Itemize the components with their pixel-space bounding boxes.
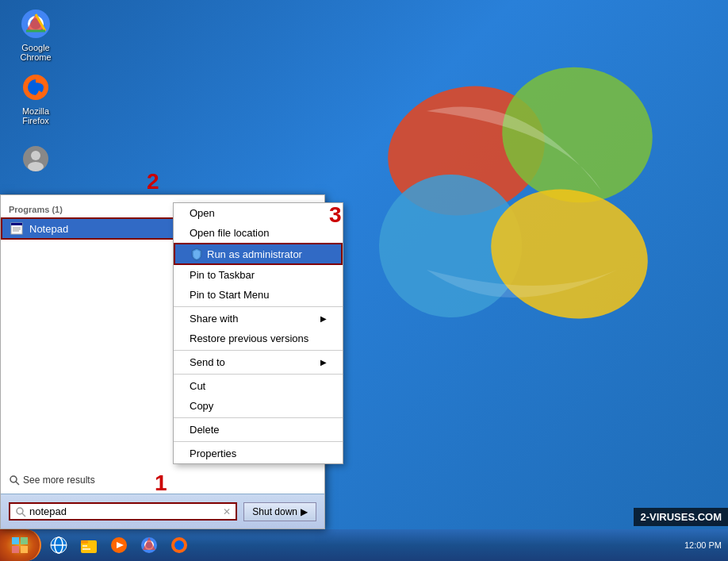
taskbar-explorer[interactable] bbox=[75, 531, 103, 559]
unknown-icon[interactable] bbox=[8, 143, 63, 178]
ctx-properties-label: Properties bbox=[190, 448, 236, 459]
ctx-restore-label: Restore previous versions bbox=[190, 332, 308, 344]
shield-icon bbox=[190, 247, 204, 261]
ctx-share-with[interactable]: Share with ▶ bbox=[174, 309, 343, 329]
taskbar-chrome[interactable] bbox=[135, 531, 163, 559]
context-menu: Open Open file location Run as administr… bbox=[173, 202, 343, 464]
see-more-label: See more results bbox=[23, 475, 95, 486]
search-bar: ✕ Shut down ▶ bbox=[1, 494, 324, 528]
ctx-properties[interactable]: Properties bbox=[174, 444, 343, 463]
chrome-label: Google Chrome bbox=[8, 43, 63, 62]
step-label-3: 3 bbox=[329, 202, 342, 228]
taskbar-firefox[interactable] bbox=[165, 531, 193, 559]
ctx-delete-label: Delete bbox=[190, 424, 220, 436]
see-more-results[interactable]: See more results bbox=[1, 471, 103, 489]
ctx-share-with-label: Share with bbox=[190, 313, 238, 325]
ctx-open-file-location-label: Open file location bbox=[190, 227, 269, 239]
ctx-pin-taskbar-label: Pin to Taskbar bbox=[190, 269, 255, 281]
taskbar-time: 12:00 PM bbox=[684, 540, 722, 550]
notepad-icon bbox=[10, 222, 23, 235]
windows-logo bbox=[363, 48, 665, 349]
ctx-send-to[interactable]: Send to ▶ bbox=[174, 352, 343, 372]
ctx-pin-start[interactable]: Pin to Start Menu bbox=[174, 285, 343, 305]
ctx-divider-1 bbox=[174, 306, 343, 307]
ctx-share-with-arrow-icon: ▶ bbox=[320, 314, 327, 323]
ctx-divider-2 bbox=[174, 350, 343, 351]
ctx-pin-taskbar[interactable]: Pin to Taskbar bbox=[174, 265, 343, 285]
start-button[interactable] bbox=[0, 529, 41, 561]
svg-point-10 bbox=[31, 151, 40, 160]
ctx-send-to-label: Send to bbox=[190, 356, 225, 368]
shutdown-button[interactable]: Shut down ▶ bbox=[243, 502, 316, 521]
ctx-cut[interactable]: Cut bbox=[174, 376, 343, 396]
svg-rect-13 bbox=[11, 223, 22, 225]
firefox-icon[interactable]: Mozilla Firefox bbox=[8, 71, 63, 125]
ctx-pin-start-label: Pin to Start Menu bbox=[190, 289, 269, 301]
svg-line-20 bbox=[22, 513, 25, 517]
ctx-divider-3 bbox=[174, 374, 343, 375]
ctx-divider-5 bbox=[174, 441, 343, 442]
svg-rect-28 bbox=[82, 548, 90, 550]
ctx-open[interactable]: Open bbox=[174, 203, 343, 223]
svg-line-18 bbox=[16, 482, 19, 485]
taskbar: 12:00 PM bbox=[0, 529, 728, 561]
firefox-label: Mozilla Firefox bbox=[8, 106, 63, 125]
step-label-1: 1 bbox=[155, 471, 167, 496]
taskbar-right: 12:00 PM bbox=[684, 540, 728, 550]
ctx-copy[interactable]: Copy bbox=[174, 396, 343, 416]
search-input-wrapper[interactable]: ✕ bbox=[9, 502, 237, 521]
search-input-icon bbox=[15, 506, 26, 517]
windows-start-icon bbox=[9, 534, 31, 556]
shutdown-label: Shut down bbox=[252, 506, 297, 517]
svg-rect-27 bbox=[82, 545, 87, 547]
svg-rect-26 bbox=[81, 540, 88, 544]
ctx-cut-label: Cut bbox=[190, 380, 205, 392]
step-label-2: 2 bbox=[147, 169, 159, 194]
ctx-divider-4 bbox=[174, 417, 343, 418]
notepad-label: Notepad bbox=[29, 223, 68, 235]
search-input[interactable] bbox=[29, 505, 220, 517]
ctx-run-as-admin[interactable]: Run as administrator bbox=[174, 243, 343, 265]
chrome-icon[interactable]: Google Chrome bbox=[8, 8, 63, 62]
search-clear-button[interactable]: ✕ bbox=[223, 506, 231, 517]
ctx-delete[interactable]: Delete bbox=[174, 420, 343, 440]
desktop: Google Chrome Mozilla Firefox Pr bbox=[0, 0, 728, 561]
svg-point-35 bbox=[174, 540, 184, 550]
shutdown-arrow-icon: ▶ bbox=[301, 506, 308, 517]
svg-point-17 bbox=[10, 476, 17, 482]
svg-point-11 bbox=[28, 162, 44, 171]
ctx-restore[interactable]: Restore previous versions bbox=[174, 329, 343, 348]
taskbar-ie[interactable] bbox=[44, 531, 73, 559]
ctx-open-label: Open bbox=[190, 207, 215, 219]
svg-point-19 bbox=[17, 508, 23, 514]
ctx-copy-label: Copy bbox=[190, 400, 213, 412]
taskbar-wmp[interactable] bbox=[105, 531, 133, 559]
search-icon bbox=[9, 475, 20, 486]
taskbar-icons bbox=[41, 529, 197, 561]
ctx-open-file-location[interactable]: Open file location bbox=[174, 223, 343, 243]
watermark: 2-VIRUSES.COM bbox=[634, 508, 728, 526]
ctx-run-as-admin-label: Run as administrator bbox=[207, 248, 302, 260]
ctx-send-to-arrow-icon: ▶ bbox=[320, 358, 327, 367]
